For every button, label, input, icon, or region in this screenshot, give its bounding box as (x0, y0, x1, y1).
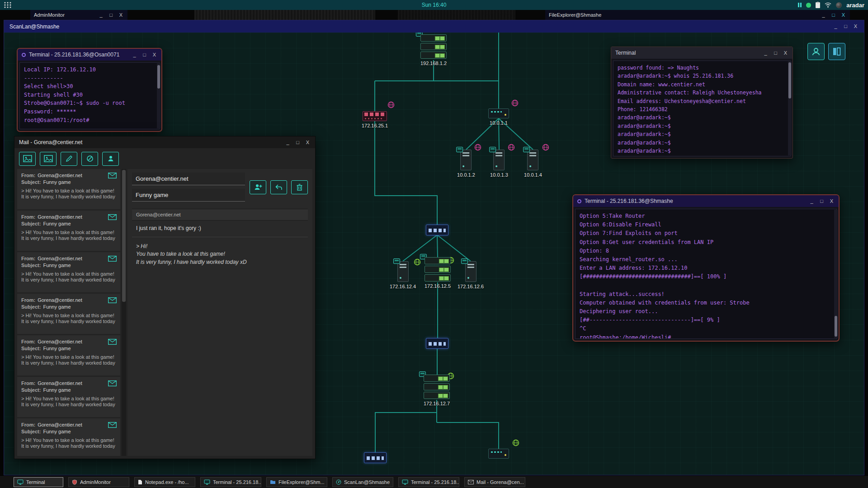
minimize-button[interactable]: _ (132, 52, 137, 57)
switch-icon[interactable] (488, 449, 509, 459)
minimize-button[interactable]: _ (285, 140, 291, 145)
delete-button[interactable] (291, 180, 308, 194)
switch-icon[interactable] (426, 225, 448, 235)
avatar-view-button[interactable] (807, 43, 825, 60)
minimize-button[interactable]: _ (763, 51, 769, 56)
server-icon[interactable] (420, 34, 447, 59)
spam-button[interactable] (81, 152, 98, 166)
clipboard-icon[interactable] (816, 2, 820, 8)
network-node[interactable]: 10.0.1.1 (488, 108, 509, 126)
mail-list-item[interactable]: From:Gorena@centier.net Subject:Funny ga… (17, 377, 120, 417)
mail-list-item[interactable]: From:Gorena@centier.net Subject:Funny ga… (17, 418, 120, 456)
taskbar-item-scanlan[interactable]: ScanLan@Shmashe (332, 477, 393, 487)
user-avatar-icon[interactable] (836, 2, 842, 8)
terminal-shmashe-titlebar[interactable]: Terminal - 25.216.181.36@Shmashe _ □ X (573, 195, 839, 207)
layout-panel-button[interactable] (828, 43, 845, 60)
taskbar-item-adminmonitor[interactable]: AdminMonitor (68, 477, 129, 487)
network-node[interactable]: 192.168.1.2 (420, 34, 447, 66)
inbox-button[interactable] (19, 152, 36, 166)
network-node[interactable] (426, 225, 448, 235)
scrollbar-thumb[interactable] (788, 62, 791, 99)
mail-titlebar[interactable]: Mail - Gorena@centier.net _ □ X (14, 136, 315, 148)
scrollbar-thumb[interactable] (122, 170, 126, 302)
mail-subject-field[interactable]: Funny game (132, 189, 245, 202)
app-grid-icon[interactable] (4, 1, 12, 9)
computer-icon[interactable] (527, 150, 538, 170)
pause-icon[interactable] (798, 3, 802, 7)
mail-list-item[interactable]: From:Gorena@centier.net Subject:Funny ga… (17, 169, 120, 209)
contacts-button[interactable] (102, 152, 119, 166)
maximize-button[interactable]: □ (108, 13, 114, 18)
mail-list-item[interactable]: From:Gorena@centier.net Subject:Funny ga… (17, 211, 120, 251)
network-node[interactable]: 10.0.1.3 (490, 150, 508, 178)
taskbar-item-notepad[interactable]: Notepad.exe - /ho... (134, 477, 195, 487)
terminal-whois-titlebar[interactable]: Terminal _ □ X (611, 47, 793, 59)
mail-list-item[interactable]: From:Gorena@centier.net Subject:Funny ga… (17, 335, 120, 375)
minimize-button[interactable]: _ (809, 199, 815, 204)
network-node[interactable] (426, 338, 448, 349)
router-icon[interactable] (363, 111, 387, 121)
scanlan-titlebar[interactable]: ScanLan@Shmashe _ □ X (4, 20, 864, 33)
mail-list-item[interactable]: From:Gorena@centier.net Subject:Funny ga… (17, 252, 120, 292)
wifi-icon[interactable] (825, 2, 831, 8)
computer-icon[interactable] (493, 150, 505, 170)
taskbar-item-terminal-3[interactable]: Terminal - 25.216.18... (398, 477, 459, 487)
network-node[interactable]: 172.16.12.4 (390, 261, 416, 289)
mail-list-item[interactable]: From:Gorena@centier.net Subject:Funny ga… (17, 294, 120, 334)
network-node[interactable]: 172.16.25.1 (362, 111, 388, 128)
minimize-button[interactable]: _ (821, 13, 826, 18)
network-node[interactable]: 172.16.12.7 (424, 375, 450, 406)
add-contact-button[interactable] (250, 180, 266, 194)
mail-list-scrollbar[interactable] (122, 169, 126, 456)
network-node[interactable]: 10.0.1.4 (524, 150, 542, 178)
close-button[interactable]: X (853, 24, 859, 29)
scrollbar-thumb[interactable] (835, 316, 837, 337)
network-node[interactable]: 10.0.1.2 (457, 150, 475, 178)
computer-icon[interactable] (460, 150, 472, 170)
maximize-button[interactable]: □ (843, 24, 849, 29)
maximize-button[interactable]: □ (830, 13, 836, 18)
server-icon[interactable] (424, 375, 450, 399)
network-node[interactable] (364, 452, 387, 463)
terminal-output[interactable]: password found: => Naughts aradar@aradar… (613, 61, 791, 156)
adminmonitor-titlebar[interactable]: AdminMonitor _ □ X (30, 10, 127, 20)
close-button[interactable]: X (829, 199, 835, 204)
close-button[interactable]: X (118, 13, 124, 18)
close-button[interactable]: X (151, 52, 157, 57)
computer-icon[interactable] (397, 261, 409, 282)
scrollbar[interactable] (788, 61, 792, 155)
maximize-button[interactable]: □ (773, 51, 778, 56)
scrollbar-thumb[interactable] (157, 65, 160, 89)
terminal-osan-titlebar[interactable]: Terminal - 25.216.181.36@Osan0071 _ □ X (18, 49, 161, 61)
computer-icon[interactable] (465, 261, 476, 282)
fileexplorer-titlebar[interactable]: FileExplorer@Shmashe _ □ X (545, 10, 850, 20)
server-icon[interactable] (425, 257, 451, 282)
minimize-button[interactable]: _ (98, 13, 104, 18)
network-node[interactable] (488, 449, 509, 459)
close-button[interactable]: X (840, 13, 846, 18)
terminal-output[interactable]: Option 5:Take Router Option 6:Disable Fi… (575, 209, 837, 339)
compose-button[interactable] (61, 152, 77, 166)
switch-icon[interactable] (426, 338, 448, 349)
switch-icon[interactable] (364, 452, 387, 463)
close-button[interactable]: X (783, 51, 788, 56)
minimize-button[interactable]: _ (833, 24, 839, 29)
switch-icon[interactable] (488, 108, 509, 118)
mail-list[interactable]: From:Gorena@centier.net Subject:Funny ga… (17, 169, 120, 456)
network-node[interactable]: 172.16.12.5 (425, 257, 451, 289)
taskbar-item-terminal-2[interactable]: Terminal - 25.216.18... (200, 477, 261, 487)
scrollbar[interactable] (157, 63, 160, 128)
maximize-button[interactable]: □ (819, 199, 825, 204)
taskbar-item-mail[interactable]: Mail - Gorena@cen... (464, 477, 525, 487)
taskbar-item-fileexplorer[interactable]: FileExplorer@Shm... (266, 477, 327, 487)
network-node[interactable]: 172.16.12.6 (458, 261, 484, 289)
mail-to-field[interactable]: Gorena@centier.net (132, 173, 245, 185)
scrollbar[interactable] (834, 210, 838, 338)
status-circle-icon[interactable] (806, 3, 811, 8)
maximize-button[interactable]: □ (142, 52, 147, 57)
terminal-output[interactable]: Local IP: 172.16.12.10 ------------ Sele… (19, 62, 160, 129)
sent-button[interactable] (40, 152, 57, 166)
close-button[interactable]: X (305, 140, 311, 145)
taskbar-item-terminal[interactable]: Terminal (14, 477, 63, 487)
reply-button[interactable] (270, 180, 287, 194)
